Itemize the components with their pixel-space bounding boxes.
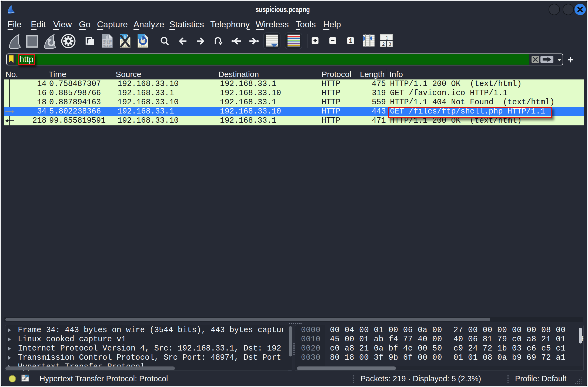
svg-text:1: 1 <box>386 35 388 41</box>
svg-text:01110: 01110 <box>103 44 112 48</box>
svg-text:3: 3 <box>389 42 391 47</box>
svg-text:010: 010 <box>22 375 25 377</box>
svg-text:2: 2 <box>382 42 385 47</box>
svg-text:1: 1 <box>349 37 353 44</box>
